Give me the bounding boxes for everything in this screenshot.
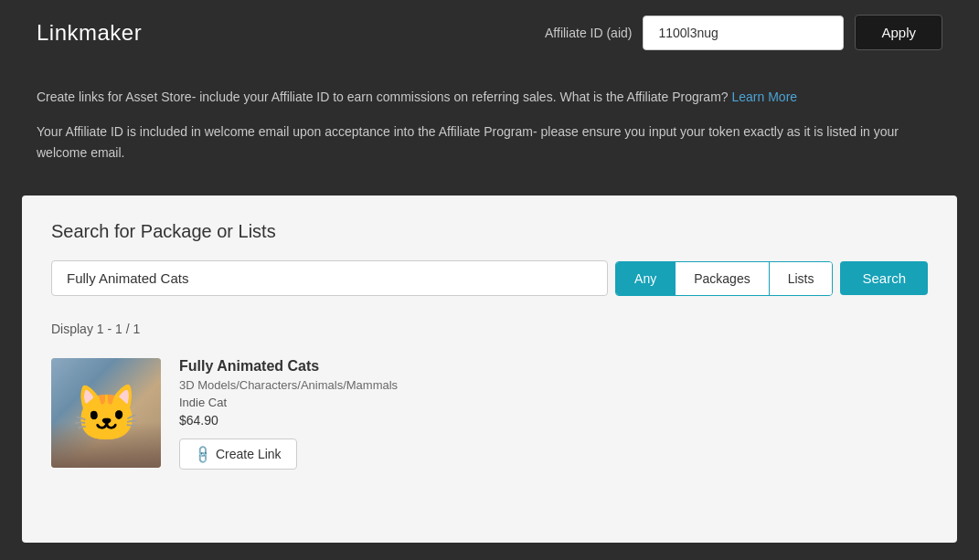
result-info: Fully Animated Cats 3D Models/Characters… xyxy=(179,358,928,470)
main-content: Search for Package or Lists Any Packages… xyxy=(22,195,957,543)
create-link-button[interactable]: 🔗 Create Link xyxy=(179,438,297,470)
filter-lists-button[interactable]: Lists xyxy=(770,262,833,295)
affiliate-id-input[interactable] xyxy=(643,16,844,50)
learn-more-link[interactable]: Learn More xyxy=(732,90,798,104)
affiliate-label: Affiliate ID (aid) xyxy=(545,26,632,40)
filter-any-button[interactable]: Any xyxy=(616,262,676,295)
result-category: 3D Models/Characters/Animals/Mammals xyxy=(179,378,928,392)
filter-group: Any Packages Lists xyxy=(615,261,833,296)
result-title: Fully Animated Cats xyxy=(179,358,928,375)
search-row: Any Packages Lists Search xyxy=(51,260,928,296)
apply-button[interactable]: Apply xyxy=(855,15,942,50)
create-link-label: Create Link xyxy=(216,447,282,461)
filter-packages-button[interactable]: Packages xyxy=(676,262,769,295)
search-title: Search for Package or Lists xyxy=(51,221,928,242)
result-thumbnail xyxy=(51,358,161,468)
cat-image xyxy=(51,358,161,468)
header: Linkmaker Affiliate ID (aid) Apply xyxy=(0,0,979,65)
link-icon: 🔗 xyxy=(192,444,213,465)
info-section: Create links for Asset Store- include yo… xyxy=(0,65,979,195)
description-main: Create links for Asset Store- include yo… xyxy=(37,90,729,104)
logo: Linkmaker xyxy=(37,20,142,46)
search-button[interactable]: Search xyxy=(840,261,928,295)
result-price: $64.90 xyxy=(179,413,928,428)
affiliate-row: Affiliate ID (aid) Apply xyxy=(545,15,942,50)
search-input[interactable] xyxy=(51,260,608,296)
result-item: Fully Animated Cats 3D Models/Characters… xyxy=(51,358,928,470)
warning-text: Your Affiliate ID is included in welcome… xyxy=(37,122,942,163)
display-count: Display 1 - 1 / 1 xyxy=(51,322,928,336)
description-text: Create links for Asset Store- include yo… xyxy=(37,87,942,107)
result-publisher: Indie Cat xyxy=(179,396,928,409)
